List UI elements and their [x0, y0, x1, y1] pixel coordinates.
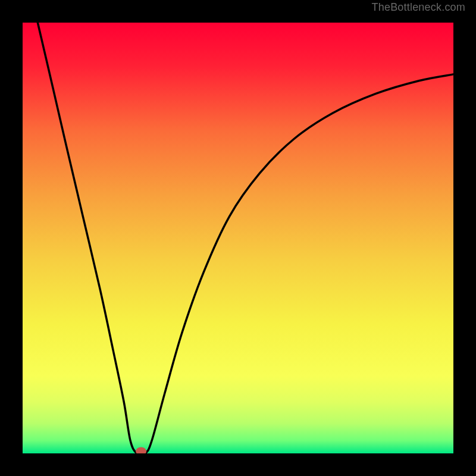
chart-frame: TheBottleneck.com	[0, 0, 476, 476]
frame-border	[0, 0, 23, 476]
frame-border	[0, 453, 476, 476]
watermark-text: TheBottleneck.com	[372, 1, 465, 14]
frame-border	[453, 0, 476, 476]
bottleneck-chart	[0, 0, 476, 476]
